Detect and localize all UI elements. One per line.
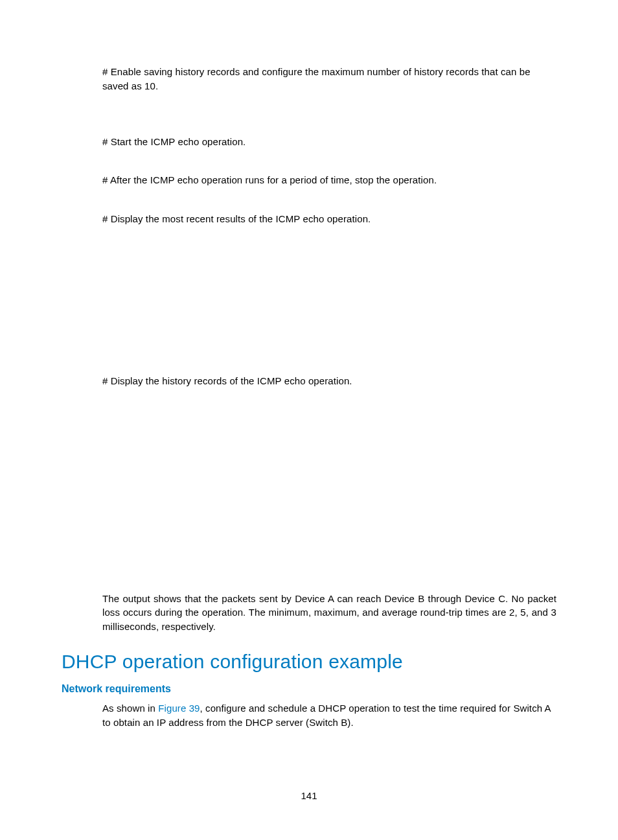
figure-link[interactable]: Figure 39	[158, 703, 200, 714]
paragraph: As shown in Figure 39, configure and sch…	[102, 701, 556, 730]
spacer	[102, 191, 556, 212]
spacer	[102, 392, 556, 592]
paragraph: # Display the history records of the ICM…	[102, 374, 556, 388]
paragraph: # Start the ICMP echo operation.	[102, 135, 556, 149]
page: # Enable saving history records and conf…	[0, 0, 618, 840]
section-title: DHCP operation configuration example	[62, 651, 556, 673]
paragraph: # Display the most recent results of the…	[102, 212, 556, 226]
spacer	[102, 97, 556, 135]
body-text-block: As shown in Figure 39, configure and sch…	[102, 701, 556, 730]
body-text-block: # Enable saving history records and conf…	[102, 65, 556, 634]
spacer	[102, 152, 556, 173]
page-number: 141	[0, 790, 618, 801]
spacer	[102, 230, 556, 374]
paragraph: # After the ICMP echo operation runs for…	[102, 173, 556, 187]
text-run: As shown in	[102, 703, 158, 714]
paragraph: # Enable saving history records and conf…	[102, 65, 556, 93]
subsection-title: Network requirements	[62, 683, 556, 695]
paragraph: The output shows that the packets sent b…	[102, 592, 556, 634]
